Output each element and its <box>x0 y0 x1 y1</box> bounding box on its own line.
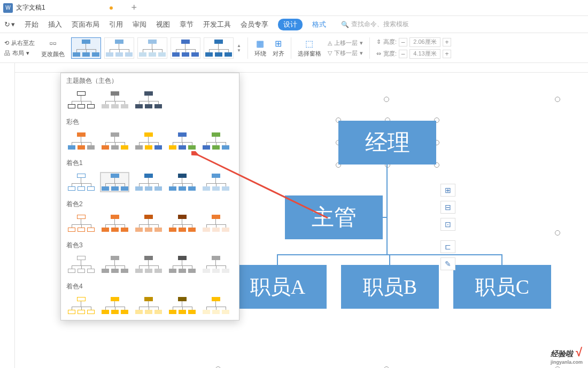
tool-add-shape[interactable]: ⊞ <box>440 184 455 197</box>
wrap-icon: ▦ <box>256 38 264 49</box>
menu-start[interactable]: 开始 <box>25 20 38 29</box>
dd-item[interactable] <box>66 254 96 275</box>
dd-item[interactable] <box>100 254 129 275</box>
dd-item[interactable] <box>100 295 129 316</box>
align-label: 对齐 <box>273 50 284 58</box>
menu-dev-tools[interactable]: 开发工具 <box>203 20 231 29</box>
move-down-label: 下移一层 <box>334 49 358 57</box>
menu-design[interactable]: 设计 <box>278 19 303 30</box>
svg-line-0 <box>197 154 328 218</box>
tool-text[interactable]: ⊏ <box>440 240 455 253</box>
ruler-vertical <box>0 63 15 368</box>
dd-item[interactable] <box>100 131 129 151</box>
selection-pane-label: 选择窗格 <box>298 50 321 58</box>
doc-icon: W <box>3 3 13 13</box>
canvas[interactable]: 主题颜色（主色） 彩色 着色1 <box>15 73 588 368</box>
style-preview-2[interactable] <box>104 37 134 59</box>
dd-item[interactable] <box>201 295 230 316</box>
height-input[interactable] <box>409 37 440 47</box>
dd-item[interactable] <box>66 213 96 233</box>
style-gallery: ▲▼ <box>71 37 241 59</box>
menu-reference[interactable]: 引用 <box>109 20 123 29</box>
workspace: 主题颜色（主色） 彩色 着色1 <box>0 63 588 368</box>
rtl-label: 从右至左 <box>11 39 35 47</box>
height-label: 高度: <box>383 38 397 46</box>
menu-section[interactable]: 章节 <box>180 20 194 29</box>
dd-item[interactable] <box>167 131 197 151</box>
dd-section-accent4: 着色4 <box>61 279 239 293</box>
selection-pane-button[interactable]: ⬚选择窗格 <box>298 38 321 58</box>
dd-item[interactable] <box>134 213 163 233</box>
move-down-button[interactable]: ▽ 下移一层 ▾ <box>328 49 363 57</box>
menu-page-layout[interactable]: 页面布局 <box>72 20 99 29</box>
tool-layout[interactable]: ⊟ <box>440 201 455 214</box>
add-tab-button[interactable]: + <box>126 0 142 16</box>
change-color-icon: ▫▫ <box>50 38 57 49</box>
change-color-button[interactable]: ▫▫ 更改颜色 <box>41 38 65 58</box>
dd-item[interactable] <box>134 254 163 275</box>
menu-insert[interactable]: 插入 <box>48 20 62 29</box>
width-minus[interactable]: – <box>399 50 407 58</box>
dd-item-selected[interactable] <box>100 172 129 192</box>
node-employee-b[interactable]: 职员B <box>341 265 439 309</box>
doc-title[interactable]: 文字文稿1 <box>16 3 45 12</box>
layout-label: 布局 <box>12 49 24 57</box>
node-employee-a[interactable]: 职员A <box>229 265 327 309</box>
height-plus[interactable]: + <box>443 38 451 46</box>
width-icon: ⇔ <box>376 50 381 57</box>
style-preview-1[interactable] <box>71 37 101 59</box>
node-manager[interactable]: 经理 <box>338 121 436 165</box>
style-preview-3[interactable] <box>137 37 167 59</box>
dd-item[interactable] <box>201 254 230 275</box>
rtl-button[interactable]: ⟲ 从右至左 <box>4 39 35 47</box>
dd-section-theme: 主题颜色（主色） <box>61 73 239 88</box>
toolbar: ⟲ 从右至左 品 布局 ▾ ▫▫ 更改颜色 ▲▼ ▦环绕 ⊞对齐 ⬚选择窗格 ◬… <box>0 33 588 63</box>
separator <box>369 37 370 59</box>
width-input[interactable] <box>409 49 440 59</box>
dd-item[interactable] <box>66 172 96 192</box>
style-preview-5[interactable] <box>204 37 234 59</box>
tool-edit[interactable]: ✎ <box>440 257 455 270</box>
dd-item[interactable] <box>201 131 230 151</box>
watermark-check-icon: √ <box>575 346 582 359</box>
dd-item[interactable] <box>167 254 197 275</box>
height-row: ⇕ 高度: – + <box>376 37 451 47</box>
tool-arrange[interactable]: ⊡ <box>440 218 455 231</box>
dd-item[interactable] <box>66 131 96 151</box>
dd-section-colorful: 彩色 <box>61 114 239 129</box>
dd-item[interactable] <box>134 131 163 151</box>
menu-format[interactable]: 格式 <box>312 20 326 29</box>
redo-icon: ↻ <box>4 20 10 28</box>
dd-item[interactable] <box>134 172 163 192</box>
align-button[interactable]: ⊞对齐 <box>273 38 284 58</box>
connector <box>277 254 278 266</box>
annotation-arrow <box>191 151 330 221</box>
dd-item[interactable] <box>66 295 96 316</box>
selection-handle[interactable] <box>384 97 389 102</box>
height-minus[interactable]: – <box>399 38 407 46</box>
menu-review[interactable]: 审阅 <box>133 20 146 29</box>
dd-item[interactable] <box>66 90 96 110</box>
dd-item[interactable] <box>100 213 129 233</box>
node-employee-c[interactable]: 职员C <box>453 265 551 309</box>
dd-item[interactable] <box>100 90 129 110</box>
menu-view[interactable]: 视图 <box>156 20 170 29</box>
layout-button[interactable]: 品 布局 ▾ <box>4 49 35 57</box>
width-plus[interactable]: + <box>443 50 451 58</box>
dd-item[interactable] <box>134 295 163 316</box>
style-preview-4[interactable] <box>171 37 200 59</box>
redo-button[interactable]: ↻ ▾ <box>4 20 15 28</box>
selection-handle[interactable] <box>555 230 560 236</box>
move-up-button[interactable]: ◬ 上移一层 ▾ <box>328 39 363 47</box>
selection-handle[interactable] <box>555 97 560 102</box>
search-box[interactable]: 🔍 查找命令、搜索模板 <box>341 20 409 29</box>
dd-item[interactable] <box>134 90 163 110</box>
dd-item[interactable] <box>167 295 197 316</box>
tab-modified-dot <box>110 6 113 10</box>
connector <box>389 254 390 266</box>
width-label: 宽度: <box>383 50 397 58</box>
style-gallery-more[interactable]: ▲▼ <box>237 43 241 53</box>
menu-member[interactable]: 会员专享 <box>241 20 268 29</box>
width-row: ⇔ 宽度: – + <box>376 49 451 59</box>
wrap-button[interactable]: ▦环绕 <box>254 38 266 58</box>
